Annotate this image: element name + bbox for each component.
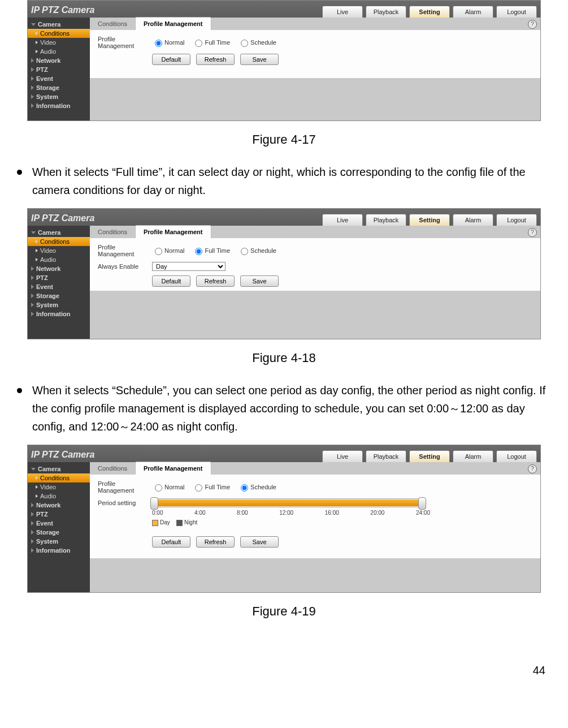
radio-fulltime[interactable]: Full Time	[192, 246, 230, 255]
default-button[interactable]: Default	[152, 536, 190, 548]
radio-schedule-input[interactable]	[241, 248, 248, 255]
sidebar-item-conditions[interactable]: Conditions	[28, 237, 90, 246]
tab-alarm[interactable]: Alarm	[453, 6, 493, 18]
radio-normal-input[interactable]	[155, 484, 162, 492]
schedule-track[interactable]	[152, 498, 424, 507]
radio-schedule-input[interactable]	[241, 484, 248, 492]
sidebar-label-storage: Storage	[36, 529, 59, 536]
tab-logout[interactable]: Logout	[496, 450, 537, 462]
tab-setting[interactable]: Setting	[409, 450, 450, 462]
subtab-profile-management[interactable]: Profile Management	[135, 462, 211, 475]
sidebar-item-system[interactable]: System	[28, 92, 90, 101]
tab-playback[interactable]: Playback	[366, 6, 406, 18]
save-button[interactable]: Save	[240, 54, 279, 65]
schedule-legend: Day Night	[152, 519, 430, 526]
sidebar-item-video[interactable]: Video	[28, 483, 90, 492]
refresh-button[interactable]: Refresh	[196, 275, 235, 287]
sidebar-label-information: Information	[36, 102, 71, 109]
legend-swatch-night	[176, 520, 183, 526]
tab-setting[interactable]: Setting	[409, 6, 450, 18]
refresh-button[interactable]: Refresh	[196, 536, 235, 548]
radio-schedule[interactable]: Schedule	[238, 38, 276, 47]
subtab-profile-management[interactable]: Profile Management	[135, 17, 211, 30]
sidebar-item-conditions[interactable]: Conditions	[28, 29, 90, 38]
sidebar-label-system: System	[36, 538, 58, 545]
grey-filler	[90, 291, 540, 339]
radio-schedule[interactable]: Schedule	[238, 246, 276, 255]
sidebar-item-event[interactable]: Event	[28, 519, 90, 528]
subtab-conditions[interactable]: Conditions	[90, 226, 135, 238]
tab-alarm[interactable]: Alarm	[453, 214, 493, 226]
radio-normal[interactable]: Normal	[152, 246, 184, 255]
sidebar-item-network[interactable]: Network	[28, 56, 90, 65]
radio-normal[interactable]: Normal	[152, 38, 184, 47]
always-enable-select[interactable]: Day	[152, 262, 226, 271]
sidebar-item-camera[interactable]: Camera	[28, 20, 90, 29]
help-icon[interactable]: ?	[528, 228, 537, 237]
radio-schedule-input[interactable]	[241, 40, 248, 47]
tab-playback[interactable]: Playback	[366, 450, 406, 462]
sidebar-item-storage[interactable]: Storage	[28, 83, 90, 92]
sidebar-item-network[interactable]: Network	[28, 264, 90, 273]
subtab-conditions[interactable]: Conditions	[90, 18, 135, 30]
sidebar-item-storage[interactable]: Storage	[28, 291, 90, 300]
refresh-button[interactable]: Refresh	[196, 54, 235, 65]
tab-live[interactable]: Live	[322, 214, 363, 226]
save-button[interactable]: Save	[240, 275, 279, 287]
sidebar-item-information[interactable]: Information	[28, 101, 90, 110]
sidebar-label-camera: Camera	[38, 21, 60, 28]
sidebar-item-camera[interactable]: Camera	[28, 228, 90, 237]
subtab-bar: Conditions Profile Management	[90, 226, 540, 238]
sidebar-label-ptz: PTZ	[36, 274, 48, 281]
tab-live[interactable]: Live	[322, 6, 363, 18]
app-title: IP PTZ Camera	[31, 450, 94, 462]
sidebar-item-audio[interactable]: Audio	[28, 255, 90, 264]
sidebar-item-storage[interactable]: Storage	[28, 528, 90, 537]
profile-form: Profile Management Normal Full Time Sche…	[90, 30, 540, 73]
sidebar-item-information[interactable]: Information	[28, 309, 90, 318]
radio-normal[interactable]: Normal	[152, 483, 184, 492]
sidebar-item-audio[interactable]: Audio	[28, 492, 90, 501]
sidebar-item-information[interactable]: Information	[28, 546, 90, 555]
radio-schedule[interactable]: Schedule	[238, 483, 276, 492]
radio-fulltime-input[interactable]	[195, 248, 202, 255]
sidebar-item-conditions[interactable]: Conditions	[28, 473, 90, 483]
sidebar-item-video[interactable]: Video	[28, 246, 90, 255]
sidebar-item-audio[interactable]: Audio	[28, 47, 90, 56]
radio-fulltime-input[interactable]	[195, 40, 202, 47]
tab-logout[interactable]: Logout	[496, 6, 537, 18]
sidebar-item-network[interactable]: Network	[28, 501, 90, 510]
sidebar-item-video[interactable]: Video	[28, 38, 90, 47]
default-button[interactable]: Default	[152, 54, 190, 65]
radio-fulltime-input[interactable]	[195, 484, 202, 492]
help-icon[interactable]: ?	[528, 20, 537, 29]
legend-day-label: Day	[160, 519, 170, 525]
schedule-fill	[156, 499, 420, 506]
sidebar-item-ptz[interactable]: PTZ	[28, 510, 90, 519]
radio-fulltime[interactable]: Full Time	[192, 38, 230, 47]
help-icon[interactable]: ?	[528, 464, 537, 473]
radio-normal-input[interactable]	[155, 40, 162, 47]
sidebar-item-system[interactable]: System	[28, 300, 90, 309]
sidebar-item-event[interactable]: Event	[28, 74, 90, 83]
tab-setting[interactable]: Setting	[409, 214, 450, 226]
subtab-profile-management[interactable]: Profile Management	[135, 225, 211, 238]
app-header: IP PTZ Camera Live Playback Setting Alar…	[28, 1, 540, 18]
tab-alarm[interactable]: Alarm	[453, 450, 493, 462]
schedule-handle-end[interactable]	[418, 497, 426, 510]
radio-normal-input[interactable]	[155, 248, 162, 255]
tab-playback[interactable]: Playback	[366, 214, 406, 226]
sidebar-item-ptz[interactable]: PTZ	[28, 273, 90, 282]
sidebar-item-event[interactable]: Event	[28, 282, 90, 291]
sidebar-label-conditions: Conditions	[40, 475, 70, 481]
tab-logout[interactable]: Logout	[496, 214, 537, 226]
subtab-conditions[interactable]: Conditions	[90, 462, 135, 475]
default-button[interactable]: Default	[152, 275, 190, 287]
save-button[interactable]: Save	[240, 536, 279, 548]
tab-live[interactable]: Live	[322, 450, 363, 462]
sidebar-item-system[interactable]: System	[28, 537, 90, 546]
sidebar-item-camera[interactable]: Camera	[28, 464, 90, 473]
radio-fulltime[interactable]: Full Time	[192, 483, 230, 492]
schedule-handle-start[interactable]	[150, 497, 158, 510]
sidebar-item-ptz[interactable]: PTZ	[28, 65, 90, 74]
